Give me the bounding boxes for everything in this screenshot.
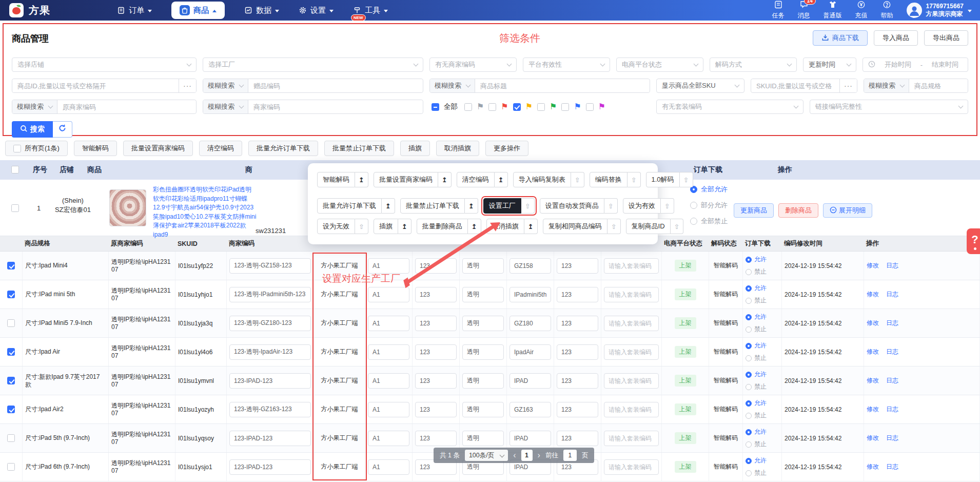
menu-data[interactable]: 数据 — [244, 6, 279, 15]
code-seg2-input[interactable] — [415, 402, 457, 417]
log-link[interactable]: 日志 — [886, 261, 898, 270]
edit-link[interactable]: 修改 — [867, 319, 879, 327]
allow-radio[interactable]: 允许 — [746, 399, 767, 408]
sku-row-checkbox[interactable] — [7, 434, 15, 442]
toolbar-clear-code[interactable]: 清空编码 — [199, 141, 242, 156]
code-seg4-input[interactable] — [509, 258, 551, 274]
log-link[interactable]: 日志 — [886, 376, 898, 385]
code-seg3-input[interactable] — [462, 431, 504, 446]
code-seg3-input[interactable] — [462, 287, 504, 302]
edit-link[interactable]: 修改 — [867, 376, 879, 385]
kit-code-input[interactable] — [604, 402, 659, 417]
popup-button-设为有效[interactable]: 设为有效⇧ — [623, 198, 674, 214]
product-image[interactable] — [109, 189, 146, 226]
merchant-code-input[interactable] — [229, 287, 311, 302]
code-seg4-input[interactable] — [509, 373, 551, 389]
code-seg2-input[interactable] — [415, 373, 457, 389]
code-seg4-input[interactable] — [509, 287, 551, 302]
upload-arrow-icon[interactable]: ↥ — [465, 198, 478, 214]
code-seg5-input[interactable] — [557, 402, 598, 417]
popup-button-编码替换[interactable]: 编码替换⇧ — [590, 172, 641, 187]
radio-allow-all[interactable]: 全部允许 — [690, 185, 728, 194]
popup-button-批量设置商家编码[interactable]: 批量设置商家编码↥ — [374, 172, 452, 187]
sku-row-checkbox[interactable] — [7, 377, 15, 384]
popup-button-label[interactable]: 1.0解码 — [646, 172, 680, 187]
log-link[interactable]: 日志 — [886, 319, 898, 327]
sku-row-checkbox[interactable] — [7, 262, 15, 269]
upload-arrow-icon[interactable]: ↥ — [468, 219, 481, 234]
code-seg1-input[interactable] — [368, 431, 409, 446]
product-import-button[interactable]: 导入商品 — [874, 30, 918, 46]
deny-radio[interactable]: 禁止 — [746, 267, 767, 276]
merchant-code-input[interactable] — [229, 373, 311, 389]
allow-radio[interactable]: 允许 — [746, 341, 767, 350]
menu-settings[interactable]: 设置 — [299, 6, 334, 15]
fuzzy-search-prefix[interactable]: 模糊搜索 — [203, 100, 248, 113]
kit-code-input[interactable] — [604, 373, 659, 389]
upload-arrow-icon[interactable]: ↥ — [495, 172, 508, 187]
deny-radio[interactable]: 禁止 — [746, 325, 767, 334]
code-seg4-input[interactable] — [509, 316, 551, 331]
popup-button-1.0解码[interactable]: 1.0解码⇧ — [646, 172, 693, 187]
edit-link[interactable]: 修改 — [867, 261, 879, 270]
deny-radio[interactable]: 禁止 — [746, 296, 767, 305]
code-seg4-input[interactable] — [509, 431, 551, 446]
spec-input[interactable] — [909, 79, 968, 92]
upload-arrow-icon[interactable]: ⇧ — [671, 219, 684, 234]
popup-button-复制商品ID[interactable]: 复制商品ID⇧ — [626, 219, 684, 234]
deny-radio[interactable]: 禁止 — [746, 354, 767, 362]
popup-button-label[interactable]: 编码替换 — [590, 172, 628, 187]
allow-radio[interactable]: 允许 — [746, 255, 767, 264]
toolbar-cancel-flag[interactable]: 取消插旗 — [436, 141, 479, 156]
product-title-link[interactable]: 彩色扭曲圈环透明软壳印花iPad透明软壳印花彩绘适用ipadpro11寸蝴蝶12… — [153, 185, 257, 239]
upload-arrow-icon[interactable]: ↥ — [524, 219, 538, 234]
radio-allow-partial[interactable]: 部分允许 — [690, 201, 728, 210]
update-product-button[interactable]: 更新商品 — [734, 203, 774, 218]
upload-arrow-icon[interactable]: ↥ — [355, 172, 368, 187]
account-menu[interactable]: 17769715667 方果演示商家 — [907, 3, 972, 18]
popup-button-label[interactable]: 导入编码复制表 — [513, 172, 571, 187]
sku-row-checkbox[interactable] — [7, 348, 15, 356]
edit-link[interactable]: 修改 — [867, 348, 879, 356]
edit-link[interactable]: 修改 — [867, 290, 879, 299]
product-row-checkbox[interactable] — [11, 204, 19, 212]
radio-deny-all[interactable]: 全部禁止 — [690, 217, 728, 226]
merchant-code-input[interactable] — [229, 344, 311, 360]
kit-code-input[interactable] — [604, 344, 659, 360]
popup-button-label[interactable]: 复制商品ID — [626, 219, 671, 234]
upload-arrow-icon[interactable]: ⇧ — [604, 198, 618, 214]
current-page-button[interactable]: 1 — [521, 450, 533, 461]
code-seg1-input[interactable] — [368, 459, 409, 475]
edit-link[interactable]: 修改 — [867, 462, 879, 471]
purple-flag-checkbox[interactable] — [586, 103, 594, 111]
popup-button-清空编码[interactable]: 清空编码↥ — [457, 172, 508, 187]
upload-arrow-icon[interactable]: ↥ — [438, 172, 452, 187]
next-page-button[interactable]: › — [538, 451, 540, 460]
delete-product-button[interactable]: 删除商品 — [778, 203, 818, 218]
fuzzy-search-prefix[interactable]: 模糊搜索 — [430, 79, 475, 92]
fuzzy-search-prefix[interactable]: 模糊搜索 — [12, 100, 57, 113]
merchant-code-input[interactable] — [248, 100, 423, 113]
allow-radio[interactable]: 允许 — [746, 456, 767, 465]
green-flag-checkbox[interactable] — [537, 103, 545, 111]
popup-button-设置自动发货商品[interactable]: 设置自动发货商品⇧ — [540, 198, 618, 214]
search-button[interactable]: 搜索 — [12, 121, 53, 138]
log-link[interactable]: 日志 — [886, 348, 898, 356]
allow-radio[interactable]: 允许 — [746, 428, 767, 436]
log-link[interactable]: 日志 — [886, 434, 898, 442]
sku-row-checkbox[interactable] — [7, 406, 15, 413]
code-seg1-input[interactable] — [368, 373, 409, 389]
log-link[interactable]: 日志 — [886, 405, 898, 414]
popup-button-label[interactable]: 插旗 — [374, 219, 398, 234]
popup-button-label[interactable]: 设为有效 — [623, 198, 661, 214]
merchant-code-input[interactable] — [229, 431, 311, 446]
all-flags-checkbox[interactable] — [432, 103, 439, 111]
more-dots-icon[interactable]: ··· — [179, 79, 196, 92]
deny-radio[interactable]: 禁止 — [746, 411, 767, 420]
edit-link[interactable]: 修改 — [867, 434, 879, 442]
platform-validity-select[interactable]: 平台有效性 — [523, 57, 610, 72]
code-seg3-input[interactable] — [462, 402, 504, 417]
code-seg5-input[interactable] — [557, 316, 598, 331]
product-download-button[interactable]: 商品下载 — [813, 30, 868, 46]
nav-messages[interactable]: 消息 14 — [798, 1, 810, 20]
